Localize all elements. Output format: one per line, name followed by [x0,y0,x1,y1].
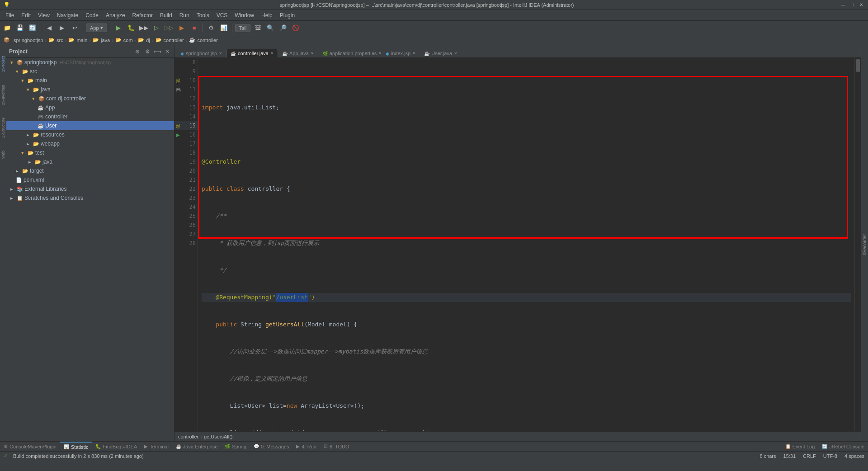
indent-info[interactable]: 4 spaces [844,453,864,459]
menu-plugin[interactable]: Plugin [276,11,298,19]
close-button[interactable]: ✕ [858,2,864,8]
encoding[interactable]: UTF-8 [823,453,837,459]
toolbar-coverage-btn[interactable]: ⚙ [206,23,217,33]
toolbar-save-btn[interactable]: 💾 [14,23,25,33]
tab-user-close[interactable]: ✕ [454,51,458,56]
tree-item-scratches[interactable]: ▸ 📋 Scratches and Consoles [6,193,174,203]
bottom-tab-statistic[interactable]: 📊 Statistic [60,442,92,451]
toolbar-run4-btn[interactable]: ▷▷ [164,23,175,33]
bottom-tab-todo[interactable]: ☑ 6: TODO [320,442,353,451]
toolbar-back-btn[interactable]: ◀ [44,23,55,33]
cursor-position[interactable]: 15:31 [783,453,796,459]
toolbar-tail-btn[interactable]: Tail [235,24,251,32]
breadcrumb-dj[interactable]: dj [146,38,150,43]
tree-item-target[interactable]: ▸ 📂 target [6,166,174,175]
right-panel-database[interactable]: Database [861,234,861,257]
menu-analyze[interactable]: Analyze [102,11,129,19]
toolbar-build-btn[interactable]: ▶ [113,23,124,33]
tab-app-close[interactable]: ✕ [311,51,314,56]
menu-run[interactable]: Run [176,11,193,19]
toolbar-app-dropdown[interactable]: App ▾ [86,24,107,32]
tab-controller-java[interactable]: ☕ controller.java ✕ [226,49,278,57]
tab-controller-close[interactable]: ✕ [270,51,274,56]
panel-add-btn[interactable]: ⊕ [133,47,142,56]
breadcrumb-src[interactable]: src [57,38,63,43]
menu-navigate[interactable]: Navigate [53,11,82,19]
toolbar-undo-btn[interactable]: ↩ [69,23,80,33]
breadcrumb-method[interactable]: getUsersAll() [204,434,233,439]
code-editor[interactable]: 8 9 @ 10 🎮 11 12 [175,58,861,431]
bottom-tab-terminal[interactable]: ▶ Terminal [141,442,172,451]
tab-index-close[interactable]: ✕ [412,51,416,56]
toolbar-profile-btn[interactable]: 📊 [218,23,229,33]
bottom-tab-run[interactable]: ▶ 4: Run [292,442,320,451]
menu-build[interactable]: Build [156,11,176,19]
toolbar-debug-btn[interactable]: 🐛 [126,23,137,33]
panel-settings-btn[interactable]: ⚙ [143,47,151,56]
breadcrumb-controller[interactable]: controller [164,38,184,43]
tab-app-java[interactable]: ☕ App.java ✕ [278,49,318,57]
bottom-tab-messages[interactable]: 💬 0: Messages [250,442,292,451]
left-panel-structure[interactable]: Z-Structure [0,116,6,140]
left-panel-favorites[interactable]: 2:Favorites [0,83,6,107]
tab-user-java[interactable]: ☕ User.java ✕ [420,49,462,57]
maximize-button[interactable]: □ [849,2,855,8]
tab-index-jsp[interactable]: ◆ index.jsp ✕ [382,49,420,57]
scrollbar-thumb[interactable] [856,59,860,72]
menu-window[interactable]: Window [231,11,258,19]
window-controls[interactable]: — □ ✕ [840,2,864,8]
bottom-tab-eventlog[interactable]: 📋 Event Log [782,442,819,451]
bottom-tab-java-enterprise[interactable]: ☕ Java Enterprise [172,442,221,451]
menu-refactor[interactable]: Refactor [129,11,156,19]
toolbar-search-btn[interactable]: 🔍 [265,23,276,33]
tree-item-user[interactable]: ☕ User [6,121,174,130]
tab-springboot-close[interactable]: ✕ [219,51,222,56]
menu-view[interactable]: View [34,11,53,19]
tree-item-pom[interactable]: 📄 pom.xml [6,175,174,184]
toolbar-run2-btn[interactable]: ▶▶ [138,23,149,33]
line-ending[interactable]: CRLF [803,453,816,459]
bottom-tab-jrebel[interactable]: 🔄 JRebel Console [818,442,868,451]
bottom-tab-console-maven[interactable]: ⚙ ConsoleMavenPlugin [0,442,60,451]
menu-vcs[interactable]: VCS [213,11,231,19]
menu-file[interactable]: File [2,11,18,19]
toolbar-forward-btn[interactable]: ▶ [57,23,67,33]
bottom-tab-findbugs[interactable]: 🐛 FindBugs-IDEA [92,442,141,451]
minimize-button[interactable]: — [840,2,846,8]
tree-item-root[interactable]: ▾ 📦 springbootjsp H:\CSDN\springbootjsp [6,58,174,67]
left-panel-web[interactable]: Web [0,149,6,160]
breadcrumb-ctrl-file[interactable]: controller [178,434,198,439]
bottom-tab-spring[interactable]: 🌿 Spring [221,442,250,451]
toolbar-run3-btn[interactable]: ▷ [151,23,162,33]
toolbar-stop-btn[interactable]: ■ [189,23,200,33]
breadcrumb-springbootjsp[interactable]: springbootjsp [14,38,43,43]
toolbar-run5-btn[interactable]: ▶ [176,23,187,33]
toolbar-no-btn[interactable]: 🚫 [290,23,301,33]
tree-item-test-java[interactable]: ▸ 📂 java [6,157,174,166]
menu-code[interactable]: Code [82,11,102,19]
menu-help[interactable]: Help [258,11,276,19]
tree-item-resources[interactable]: ▸ 📂 resources [6,130,174,139]
toolbar-new-btn[interactable]: 📁 [2,23,13,33]
toolbar-search2-btn[interactable]: 🔎 [278,23,288,33]
tab-springboot-jsp[interactable]: ◆ springboot-jsp ✕ [176,49,226,57]
tree-item-app[interactable]: ☕ App [6,103,174,112]
code-content[interactable]: import java.util.List; @Controller publi… [198,58,854,431]
tree-item-main[interactable]: ▾ 📂 main [6,76,174,85]
breadcrumb-com[interactable]: com [123,38,133,43]
menu-tools[interactable]: Tools [193,11,213,19]
tree-item-extlib[interactable]: ▸ 📚 External Libraries [6,184,174,193]
tree-item-src[interactable]: ▾ 📂 src [6,67,174,76]
right-panel-xrecorder[interactable]: XRecorder [861,232,868,258]
breadcrumb-controller-file[interactable]: controller [197,38,217,43]
tree-item-java[interactable]: ▾ 📂 java [6,85,174,94]
breadcrumb-java[interactable]: java [101,38,110,43]
toolbar-screenshot-btn[interactable]: 🖼 [252,23,263,33]
tree-item-controller[interactable]: 🎮 controller [6,112,174,121]
tree-item-package[interactable]: ▾ 📦 com.dj.controller [6,94,174,103]
tree-item-test[interactable]: ▾ 📂 test [6,148,174,157]
left-panel-project[interactable]: 1:Project [0,54,6,74]
menu-edit[interactable]: Edit [18,11,34,19]
panel-close-btn[interactable]: ✕ [163,47,171,56]
breadcrumb-main[interactable]: main [76,38,87,43]
